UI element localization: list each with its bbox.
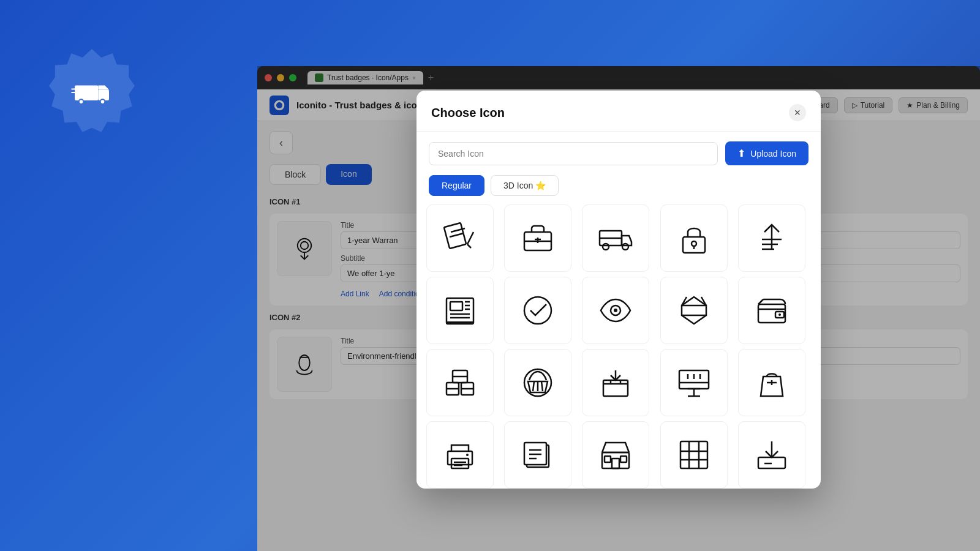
icon-padlock[interactable]: [660, 204, 728, 272]
icon-printer[interactable]: [426, 421, 494, 489]
icon-checkmark-circle[interactable]: [504, 277, 571, 344]
icon-receipt-stack[interactable]: [504, 421, 571, 489]
icon-shelves[interactable]: [660, 421, 728, 489]
icon-box-download[interactable]: [582, 349, 649, 416]
svg-rect-8: [71, 92, 76, 93]
choose-icon-modal: Choose Icon ✕ ⬆ Upload Icon Regular 3D I…: [417, 91, 821, 489]
close-icon: ✕: [794, 108, 801, 118]
svg-rect-91: [612, 459, 619, 468]
svg-point-83: [466, 454, 469, 456]
svg-point-26: [622, 244, 628, 250]
tab-regular-label: Regular: [442, 181, 472, 190]
svg-rect-94: [680, 441, 707, 468]
icon-boxes[interactable]: [426, 349, 494, 416]
icon-sort-ascending[interactable]: [738, 204, 805, 272]
svg-point-45: [614, 309, 617, 312]
icon-delivery-truck[interactable]: [582, 204, 649, 272]
svg-rect-7: [71, 88, 78, 89]
svg-line-18: [450, 233, 464, 237]
svg-point-43: [524, 297, 551, 324]
svg-marker-46: [682, 297, 706, 324]
svg-point-53: [778, 313, 781, 316]
tab-regular[interactable]: Regular: [429, 175, 484, 196]
svg-rect-0: [75, 86, 99, 101]
svg-rect-42: [447, 321, 473, 324]
icon-shopping-bag[interactable]: [738, 349, 805, 416]
style-tabs: Regular 3D Icon ⭐: [417, 175, 821, 204]
icons-grid: [417, 204, 821, 489]
svg-point-5: [80, 100, 83, 103]
modal-title: Choose Icon: [431, 106, 505, 120]
svg-point-29: [692, 241, 696, 246]
tab-3d-label: 3D Icon ⭐: [503, 181, 546, 190]
svg-rect-1: [99, 90, 110, 101]
icon-diamond[interactable]: [660, 277, 728, 344]
modal-close-btn[interactable]: ✕: [789, 104, 806, 121]
svg-rect-51: [758, 304, 785, 323]
svg-line-62: [533, 381, 534, 391]
svg-marker-2: [99, 86, 110, 90]
icon-store-front[interactable]: [582, 421, 649, 489]
svg-line-64: [541, 381, 543, 391]
search-icon-input[interactable]: [429, 142, 718, 165]
icon-basket-circle[interactable]: [504, 349, 571, 416]
icon-cart-hand[interactable]: [426, 204, 494, 272]
svg-rect-80: [451, 459, 469, 468]
svg-rect-69: [679, 370, 709, 389]
svg-point-6: [101, 100, 105, 103]
svg-rect-28: [683, 237, 705, 253]
icon-eye[interactable]: [582, 277, 649, 344]
svg-rect-92: [605, 456, 611, 462]
upload-icon-btn[interactable]: ⬆ Upload Icon: [725, 141, 809, 165]
icon-wallet[interactable]: [738, 277, 805, 344]
upload-label: Upload Icon: [750, 149, 796, 159]
icon-store-monitor[interactable]: [660, 349, 728, 416]
svg-point-25: [603, 244, 609, 250]
tab-3d[interactable]: 3D Icon ⭐: [491, 175, 559, 196]
modal-toolbar: ⬆ Upload Icon: [417, 132, 821, 175]
svg-line-19: [467, 244, 471, 248]
modal-header: Choose Icon ✕: [417, 91, 821, 132]
icon-briefcase[interactable]: [504, 204, 571, 272]
svg-rect-89: [602, 452, 629, 468]
search-wrap: [429, 142, 718, 165]
upload-icon: ⬆: [737, 148, 745, 159]
icon-newspaper[interactable]: [426, 277, 494, 344]
svg-rect-65: [603, 380, 628, 396]
svg-rect-36: [450, 302, 462, 310]
icon-download-box[interactable]: [738, 421, 805, 489]
svg-rect-93: [620, 456, 627, 462]
modal-overlay: Choose Icon ✕ ⬆ Upload Icon Regular 3D I…: [257, 66, 980, 551]
